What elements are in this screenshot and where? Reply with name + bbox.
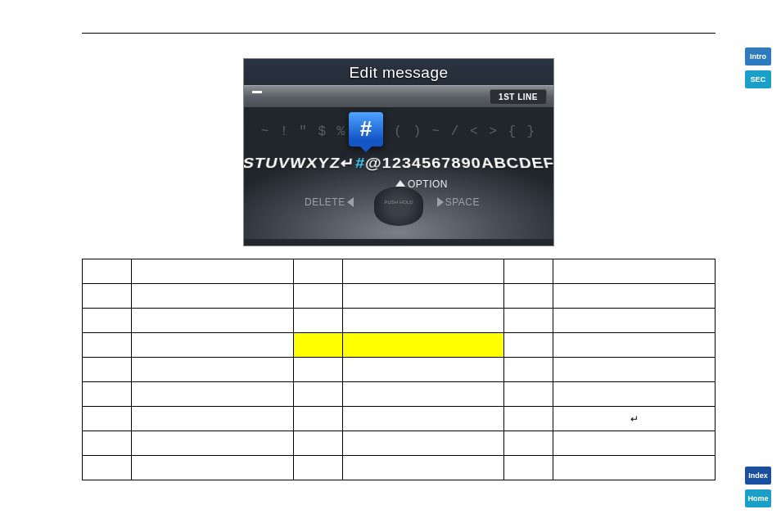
- table-cell: [132, 309, 294, 333]
- section-rule: [82, 33, 716, 34]
- table-cell: [504, 407, 553, 431]
- table-cell: [553, 284, 716, 309]
- table-cell: [504, 284, 553, 309]
- edit-message-screen: Edit message 1ST LINE ~ ! " $ % & ' ( ) …: [243, 58, 554, 246]
- table-cell: [553, 358, 716, 382]
- table-cell: [504, 358, 553, 382]
- delete-left-label[interactable]: DELETE: [305, 196, 354, 208]
- table-cell: [83, 284, 132, 309]
- table-row: [83, 309, 716, 333]
- table-cell: [553, 333, 716, 358]
- text-cursor: [252, 91, 262, 93]
- tab-index[interactable]: Index: [745, 467, 771, 485]
- table-cell: [553, 309, 716, 333]
- table-cell: [83, 358, 132, 382]
- table-cell: [504, 456, 553, 480]
- input-band: 1ST LINE: [244, 85, 553, 108]
- table-cell: [293, 259, 342, 284]
- table-row: [83, 382, 716, 407]
- table-cell: [293, 456, 342, 480]
- table-cell: [504, 382, 553, 407]
- table-cell: [83, 333, 132, 358]
- table-cell: [342, 431, 504, 456]
- wheel-right: @1234567890ABCDEF: [365, 155, 553, 170]
- table-cell: [504, 309, 553, 333]
- character-table: ↵: [82, 259, 716, 480]
- table-row: [83, 333, 716, 358]
- character-wheel[interactable]: STUVWXYZ↵#@1234567890ABCDEF: [244, 155, 553, 172]
- tab-home[interactable]: Home: [745, 489, 771, 507]
- table-cell: [83, 431, 132, 456]
- table-row: [83, 358, 716, 382]
- table-cell: [293, 358, 342, 382]
- table-cell: [293, 284, 342, 309]
- table-cell: [83, 309, 132, 333]
- table-cell: [132, 358, 294, 382]
- table-cell: [83, 382, 132, 407]
- page-content: Edit message 1ST LINE ~ ! " $ % & ' ( ) …: [0, 0, 781, 497]
- dpad-icon[interactable]: PUSH HOLD: [374, 187, 423, 226]
- table-cell: ↵: [553, 407, 716, 431]
- symbol-row: ~ ! " $ % & ' ( ) ~ / < > { }: [244, 124, 553, 139]
- table-cell: [293, 407, 342, 431]
- table-cell: [504, 333, 553, 358]
- table-cell: [504, 431, 553, 456]
- table-cell: [553, 456, 716, 480]
- table-cell: [293, 382, 342, 407]
- line-indicator-badge: 1ST LINE: [490, 89, 547, 105]
- table-cell: [342, 309, 504, 333]
- table-cell: [342, 333, 504, 358]
- screen-title: Edit message: [244, 59, 553, 85]
- table-row: ↵: [83, 407, 716, 431]
- table-cell: [504, 259, 553, 284]
- table-row: [83, 431, 716, 456]
- table-cell: [293, 431, 342, 456]
- table-cell: [342, 407, 504, 431]
- table-cell: [132, 259, 294, 284]
- table-cell: [132, 284, 294, 309]
- space-right-label[interactable]: SPACE: [437, 196, 480, 208]
- table-cell: [293, 309, 342, 333]
- table-row: [83, 456, 716, 480]
- table-cell: [342, 456, 504, 480]
- table-cell: [553, 382, 716, 407]
- table-cell: [132, 431, 294, 456]
- table-cell: [342, 284, 504, 309]
- table-row: [83, 284, 716, 309]
- selected-char-tooltip: #: [349, 112, 383, 147]
- table-cell: [553, 259, 716, 284]
- wheel-left: STUVWXYZ↵: [244, 155, 356, 170]
- character-picker: ~ ! " $ % & ' ( ) ~ / < > { } # STUVWXYZ…: [244, 108, 553, 239]
- table-cell: [342, 382, 504, 407]
- table-cell: [83, 456, 132, 480]
- table-cell: [553, 431, 716, 456]
- table-cell: [342, 259, 504, 284]
- table-cell: [342, 358, 504, 382]
- table-cell: [293, 333, 342, 358]
- tab-sec[interactable]: SEC: [745, 70, 771, 88]
- table-cell: [83, 259, 132, 284]
- table-cell: [132, 333, 294, 358]
- table-cell: [132, 382, 294, 407]
- table-cell: [83, 407, 132, 431]
- table-cell: [132, 456, 294, 480]
- table-cell: [132, 407, 294, 431]
- tab-intro[interactable]: Intro: [745, 47, 771, 65]
- table-row: [83, 259, 716, 284]
